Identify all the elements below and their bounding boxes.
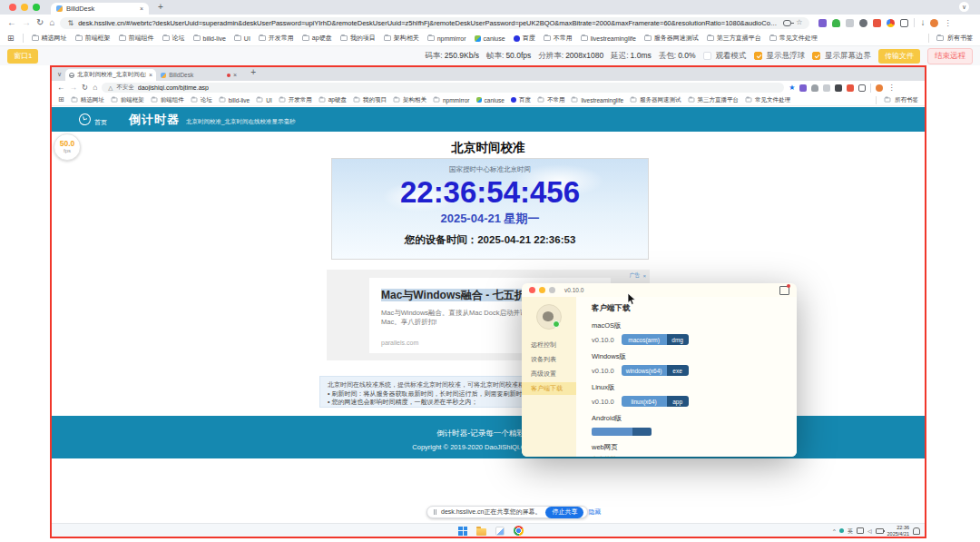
browser-menu-icon[interactable]: ⋮ <box>887 84 895 92</box>
outer-tab-billddesk[interactable]: BilldDesk × <box>51 3 149 15</box>
hide-button[interactable]: 隐藏 <box>588 508 601 517</box>
bookmark-item[interactable]: 架构相关 <box>384 34 419 43</box>
site-title[interactable]: 倒计时器 <box>129 112 180 128</box>
back-icon[interactable]: ← <box>57 84 65 92</box>
tab-close-icon[interactable]: × <box>149 72 152 78</box>
extension-color-icon[interactable] <box>887 19 895 27</box>
bookmark-item[interactable]: ap硬盘 <box>318 96 347 104</box>
tray-app-icon[interactable] <box>839 528 844 533</box>
bookmark-item[interactable]: 不常用 <box>544 34 573 43</box>
linux-ext-button[interactable]: app <box>667 396 689 407</box>
extension-gray-icon[interactable] <box>846 19 854 27</box>
mac-close-button[interactable] <box>9 4 16 11</box>
extension-dark-icon[interactable] <box>835 84 842 92</box>
tab-close-icon[interactable]: × <box>233 72 237 78</box>
bookmark-item[interactable]: UI <box>256 97 272 103</box>
all-bookmarks[interactable]: 所有书签 <box>928 34 973 43</box>
bookmark-star-icon[interactable]: ☆ <box>796 19 802 26</box>
bookmark-item[interactable]: 前端框架 <box>111 96 144 104</box>
extension-dark-icon[interactable] <box>859 19 867 27</box>
browser-menu-icon[interactable]: ⋮ <box>944 19 951 27</box>
macos-build-button[interactable]: macos(arm) <box>622 334 667 345</box>
client-avatar[interactable] <box>536 304 562 330</box>
bookmark-item[interactable]: 前端组件 <box>151 96 184 104</box>
bookmark-item[interactable]: 开发常用 <box>259 34 294 43</box>
bookmark-item[interactable]: 服务器网速测试 <box>644 34 699 43</box>
windows-ext-button[interactable]: exe <box>667 365 689 376</box>
bookmark-item[interactable]: npmmirror <box>427 35 466 42</box>
extension-light-icon[interactable] <box>823 84 830 92</box>
client-minimize-button[interactable] <box>539 287 545 293</box>
window-1-button[interactable]: 窗口1 <box>7 49 38 64</box>
bookmark-item-caniuse[interactable]: caniuse <box>476 97 505 103</box>
remote-address-bar[interactable]: △ 不安全 daojishiqi.com/bjtime.asp <box>102 83 784 93</box>
extension-gray-icon[interactable] <box>811 84 818 92</box>
forward-icon[interactable]: → <box>70 84 78 92</box>
new-tab-button[interactable]: + <box>158 3 163 12</box>
bookmark-item[interactable]: billd-live <box>219 97 250 103</box>
drag-handle-icon[interactable] <box>434 509 436 515</box>
end-remote-button[interactable]: 结束远程 <box>927 48 973 64</box>
ad-title[interactable]: Mac与Windows融合 - 七五折 <box>381 289 525 301</box>
extension-purple-icon[interactable] <box>818 19 827 27</box>
bookmark-item[interactable]: livestreaminglife <box>581 35 636 42</box>
remote-new-tab-button[interactable]: + <box>250 68 256 77</box>
ad-source[interactable]: parallels.com <box>381 340 418 346</box>
remote-tab-time[interactable]: 北京时间校准_北京时间在线校 × <box>65 69 156 81</box>
bookmark-item[interactable]: livestreaminglife <box>571 97 623 103</box>
bookmark-item[interactable]: 前端组件 <box>119 34 154 43</box>
watch-mode-checkbox[interactable] <box>703 52 711 60</box>
chrome-icon[interactable] <box>514 526 524 536</box>
bookmark-item[interactable]: 不常用 <box>537 96 565 104</box>
bookmark-item[interactable]: 服务器网速测试 <box>630 96 681 104</box>
profile-avatar[interactable] <box>930 19 938 27</box>
back-icon[interactable]: ← <box>7 18 16 27</box>
clock-logo-icon[interactable] <box>78 113 93 127</box>
menu-client-download[interactable]: 客户端下载 <box>522 382 576 395</box>
bookmark-item[interactable]: billd-live <box>193 35 226 42</box>
bookmark-item[interactable]: 第三方直播平台 <box>707 34 761 43</box>
windows-build-button[interactable]: windows(x64) <box>622 365 667 376</box>
tab-search-icon[interactable]: ∨ <box>959 2 969 12</box>
linux-build-button[interactable]: linux(x64) <box>622 396 667 407</box>
notifications-icon[interactable] <box>913 527 920 535</box>
bookmark-item[interactable]: 精选网址 <box>71 96 104 104</box>
password-manager-icon[interactable] <box>783 20 791 26</box>
bookmark-item[interactable]: 精选网址 <box>32 34 67 43</box>
mac-zoom-button[interactable] <box>33 4 40 11</box>
extension-green-icon[interactable] <box>832 19 840 27</box>
home-link[interactable]: 首页 <box>94 118 107 127</box>
mac-minimize-button[interactable] <box>21 4 28 11</box>
volume-icon[interactable]: ◁ <box>867 528 872 534</box>
billddesk-app-icon[interactable] <box>495 527 505 536</box>
remote-tab-billddesk[interactable]: BilldDesk × <box>156 69 241 81</box>
forward-icon[interactable]: → <box>22 18 31 27</box>
bookmark-item[interactable]: 论坛 <box>191 96 212 104</box>
transfer-file-button[interactable]: 传输文件 <box>878 49 920 64</box>
bookmark-item[interactable]: 开发常用 <box>279 96 312 104</box>
extension-purple-icon[interactable] <box>799 84 807 92</box>
site-settings-icon[interactable]: ⇅ <box>67 19 74 27</box>
bookmark-item-caniuse[interactable]: caniuse <box>475 35 505 42</box>
remote-tab-chevron-icon[interactable]: ∨ <box>57 71 62 78</box>
extensions-puzzle-icon[interactable] <box>858 84 866 92</box>
client-share-icon[interactable] <box>779 286 789 295</box>
bookmark-item[interactable]: ap硬盘 <box>302 34 332 43</box>
bookmark-item[interactable]: npmmirror <box>433 97 470 103</box>
float-ball-checkbox[interactable] <box>754 52 762 60</box>
menu-advanced-settings[interactable]: 高级设置 <box>522 368 576 380</box>
extensions-puzzle-icon[interactable] <box>900 19 908 27</box>
reload-icon[interactable]: ↻ <box>82 84 88 92</box>
reload-icon[interactable]: ↻ <box>36 18 44 27</box>
stop-sharing-button[interactable]: 停止共享 <box>545 507 583 518</box>
bookmark-item[interactable]: 第三方直播平台 <box>688 96 740 104</box>
download-icon[interactable]: ↓ <box>920 18 925 27</box>
bookmark-item-baidu[interactable]: 百度 <box>514 34 535 43</box>
profile-avatar[interactable] <box>876 84 883 92</box>
bookmark-item[interactable]: UI <box>234 35 250 42</box>
outer-address-bar[interactable]: ⇅ desk.hsslive.cn/#/webrtc?deskUserUuid=… <box>60 17 809 29</box>
bookmark-item[interactable]: 常见文件处理 <box>745 96 790 104</box>
android-progress-bar[interactable] <box>592 428 652 436</box>
display-icon[interactable] <box>857 527 864 534</box>
screen-border-checkbox[interactable] <box>812 52 820 60</box>
